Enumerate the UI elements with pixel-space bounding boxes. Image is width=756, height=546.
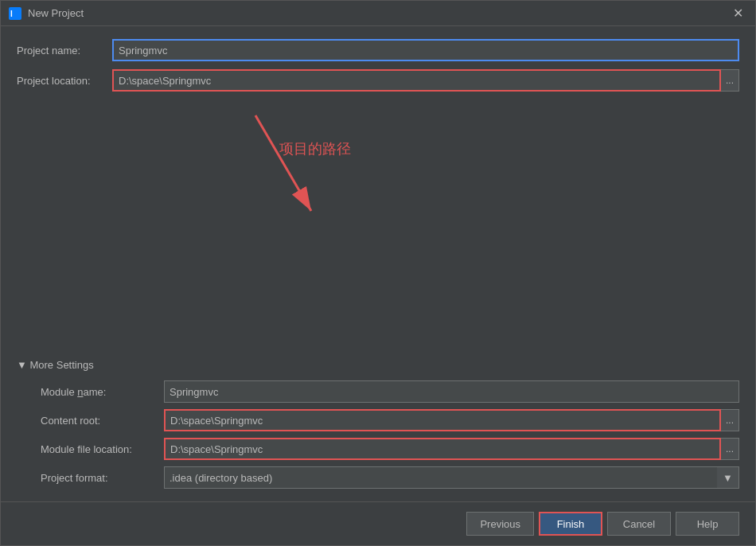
svg-text:I: I (10, 10, 13, 18)
title-bar: I New Project ✕ (1, 1, 755, 26)
project-format-label: Project format: (41, 472, 164, 484)
module-name-label: Module name: (41, 386, 164, 398)
module-file-location-input-group: ... (164, 438, 739, 460)
project-name-row: Project name: (17, 39, 739, 61)
project-name-label: Project name: (17, 45, 112, 57)
dialog-content: Project name: Project location: ... (1, 26, 755, 501)
project-name-input[interactable] (112, 39, 739, 61)
project-location-input[interactable] (112, 69, 721, 92)
finish-button[interactable]: Finish (539, 512, 602, 536)
project-format-select[interactable]: .idea (directory based) Eclipse (.classp… (164, 466, 739, 489)
content-root-browse-button[interactable]: ... (721, 409, 739, 431)
annotation-area: 项目的路径 (17, 99, 739, 359)
module-name-row: Module name: (17, 380, 739, 403)
arrow-container (208, 107, 367, 235)
content-root-input[interactable] (164, 409, 721, 431)
more-settings-content: Module name: Content root: ... Module fi… (17, 380, 739, 489)
new-project-dialog: I New Project ✕ Project name: Project lo… (0, 0, 756, 546)
content-root-label: Content root: (41, 415, 164, 427)
project-format-select-wrapper: .idea (directory based) Eclipse (.classp… (164, 466, 739, 489)
module-name-input[interactable] (164, 380, 739, 403)
cancel-button[interactable]: Cancel (607, 512, 671, 536)
module-file-location-row: Module file location: ... (17, 438, 739, 460)
project-location-row: Project location: ... (17, 69, 739, 92)
arrow-svg (208, 107, 367, 235)
help-button[interactable]: Help (676, 512, 739, 536)
annotation-text: 项目的路径 (279, 139, 351, 158)
close-button[interactable]: ✕ (728, 4, 747, 23)
project-location-label: Project location: (17, 75, 112, 87)
app-icon: I (9, 7, 21, 20)
project-location-input-group: ... (112, 69, 739, 92)
content-root-input-group: ... (164, 409, 739, 431)
more-settings-toggle-label: ▼ More Settings (17, 359, 94, 371)
previous-button[interactable]: Previous (466, 512, 534, 536)
project-location-browse-button[interactable]: ... (721, 69, 739, 92)
svg-line-3 (255, 115, 311, 211)
more-settings-toggle[interactable]: ▼ More Settings (17, 359, 739, 371)
module-file-location-label: Module file location: (41, 443, 164, 455)
module-file-location-browse-button[interactable]: ... (721, 438, 739, 460)
dialog-footer: Previous Finish Cancel Help (1, 501, 755, 545)
dialog-title: New Project (28, 7, 728, 19)
project-format-row: Project format: .idea (directory based) … (17, 466, 739, 489)
content-root-row: Content root: ... (17, 409, 739, 431)
module-file-location-input[interactable] (164, 438, 721, 460)
